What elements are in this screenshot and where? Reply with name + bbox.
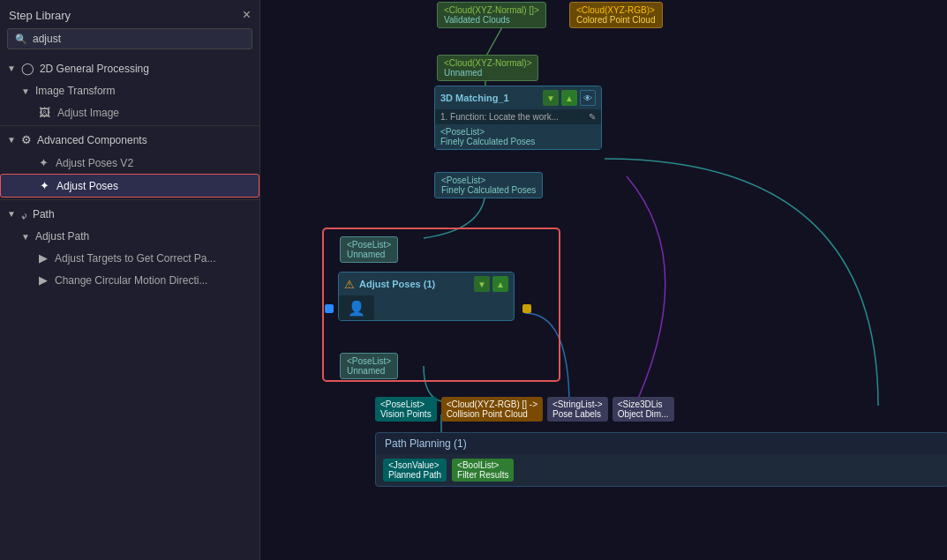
port-pose-labels[interactable]: <StringList-> Pose Labels: [547, 397, 608, 422]
cloud-rgb-colored-node[interactable]: <Cloud(XYZ-RGB)> Colored Point Cloud: [569, 2, 663, 28]
poselist-bottom-type: <PoseList>: [347, 356, 391, 366]
chevron-down-icon-ap: ▼: [21, 232, 30, 242]
port-cc-name: Collision Point Cloud: [447, 409, 537, 419]
sidebar-item-adjust-targets[interactable]: ▶ Adjust Targets to Get Correct Pa...: [0, 247, 259, 269]
port-pl-type: <StringList->: [552, 399, 603, 409]
section-label-advanced: Advanced Components: [37, 134, 147, 146]
node-name: Validated Clouds: [444, 15, 539, 25]
node-name: Colored Point Cloud: [576, 15, 656, 25]
pp-pp-type: <JsonValue>: [388, 460, 441, 470]
cloud-normal-validated-node[interactable]: <Cloud(XYZ-Normal) []> Validated Clouds: [437, 2, 546, 28]
matching-title: 3D Matching_1: [440, 93, 509, 103]
port-od-type: <Size3DLis: [618, 399, 669, 409]
section-label-path: Path: [33, 208, 55, 220]
chevron-down-icon-img: ▼: [21, 86, 30, 96]
subsection-label-image-transform: Image Transform: [35, 85, 116, 97]
item-label-adjust-image: Adjust Image: [57, 107, 119, 119]
item-label-change-circular: Change Circular Motion Directi...: [55, 274, 207, 287]
canvas[interactable]: <Cloud(XYZ-Normal) []> Validated Clouds …: [260, 0, 947, 560]
node-type-label: <Cloud(XYZ-Normal) []>: [444, 5, 539, 15]
section-icon-2d: ◯: [21, 62, 34, 75]
pp-port-planned-path[interactable]: <JsonValue> Planned Path: [383, 459, 447, 482]
divider-2: [0, 199, 259, 200]
pp-output-ports: <JsonValue> Planned Path <BoolList> Filt…: [376, 454, 947, 486]
image-icon: 🖼: [39, 106, 50, 119]
divider-1: [0, 125, 259, 126]
item-label-adjust-poses: Adjust Poses: [56, 180, 118, 192]
close-button[interactable]: ×: [243, 7, 251, 23]
pp-port-filter-results[interactable]: <BoolList> Filter Results: [452, 459, 514, 482]
sidebar-subsection-adjust-path[interactable]: ▼ Adjust Path: [0, 226, 259, 247]
port-od-name: Object Dim...: [618, 409, 669, 419]
ap-upload-btn[interactable]: ▲: [492, 276, 508, 292]
matching-upload-btn[interactable]: ▲: [561, 90, 577, 106]
sidebar-item-change-circular[interactable]: ▶ Change Circular Motion Directi...: [0, 269, 259, 291]
port-collision-cloud[interactable]: <Cloud(XYZ-RGB) [] -> Collision Point Cl…: [441, 397, 543, 422]
matching-output-type: <PoseList>: [440, 127, 596, 137]
port-vision-points[interactable]: <PoseList> Vision Points: [375, 397, 437, 422]
sidebar-subsection-image-transform[interactable]: ▼ Image Transform: [0, 80, 259, 101]
poses-icon: ✦: [40, 179, 49, 192]
sidebar-header: Step Library ×: [0, 0, 259, 28]
poselist-top-type: <PoseList>: [347, 240, 391, 250]
poselist-top-node[interactable]: <PoseList> Unnamed: [340, 236, 398, 263]
chevron-down-icon-adv: ▼: [7, 135, 16, 145]
section-icon-path: 𞺓: [21, 207, 27, 220]
sidebar-section-path[interactable]: ▼ 𞺓 Path: [0, 202, 259, 226]
node-name: Unnamed: [444, 68, 531, 78]
person-icon: 👤: [339, 295, 374, 320]
edit-icon[interactable]: ✎: [589, 112, 596, 122]
node-type-label: <Cloud(XYZ-Normal)>: [444, 58, 531, 68]
chevron-down-icon-path: ▼: [7, 209, 16, 219]
step-library-sidebar: Step Library × 🔍 ▼ ◯ 2D General Processi…: [0, 0, 260, 560]
subsection-label-adjust-path: Adjust Path: [35, 230, 89, 243]
matching-function: 1. Function: Locate the work...: [440, 112, 559, 122]
port-cc-type: <Cloud(XYZ-RGB) [] ->: [447, 399, 537, 409]
item-label-adjust-poses-v2: Adjust Poses V2: [56, 157, 133, 169]
sidebar-content: ▼ ◯ 2D General Processing ▼ Image Transf…: [0, 56, 259, 560]
poselist-bottom-node[interactable]: <PoseList> Unnamed: [340, 353, 398, 379]
port-object-dim[interactable]: <Size3DLis Object Dim...: [613, 397, 674, 422]
port-vp-name: Vision Points: [380, 409, 432, 419]
path-planning-node[interactable]: Path Planning (1) <JsonValue> Planned Pa…: [375, 432, 947, 487]
finely-type: <PoseList>: [441, 175, 536, 185]
matching-download-btn[interactable]: ▼: [543, 90, 559, 106]
ap-download-btn[interactable]: ▼: [474, 276, 490, 292]
sidebar-section-2d-general[interactable]: ▼ ◯ 2D General Processing: [0, 56, 259, 80]
cloud-unnamed-node[interactable]: <Cloud(XYZ-Normal)> Unnamed: [437, 55, 538, 81]
pp-fr-name: Filter Results: [457, 470, 508, 480]
search-box[interactable]: 🔍: [7, 28, 252, 49]
pp-pp-name: Planned Path: [388, 470, 441, 480]
item-label-adjust-targets: Adjust Targets to Get Correct Pa...: [55, 252, 216, 265]
change-circular-icon: ▶: [39, 273, 48, 287]
matching-output-name: Finely Calculated Poses: [440, 137, 596, 146]
matching-eye-btn[interactable]: 👁: [580, 90, 596, 106]
adjust-targets-icon: ▶: [39, 251, 48, 265]
port-pl-name: Pose Labels: [552, 409, 603, 419]
finely-calculated-node[interactable]: <PoseList> Finely Calculated Poses: [434, 172, 543, 198]
finely-name: Finely Calculated Poses: [441, 185, 536, 195]
pp-title: Path Planning (1): [376, 433, 947, 454]
sidebar-section-advanced[interactable]: ▼ ⚙ Advanced Components: [0, 128, 259, 152]
adjust-poses-canvas-node[interactable]: ⚠ Adjust Poses (1) ▼ ▲ 👤: [338, 272, 515, 321]
node-type-label: <Cloud(XYZ-RGB)>: [576, 5, 656, 15]
bottom-ports-row: <PoseList> Vision Points <Cloud(XYZ-RGB)…: [375, 397, 674, 422]
poselist-top-name: Unnamed: [347, 250, 391, 259]
sidebar-title: Step Library: [9, 9, 71, 22]
poselist-bottom-name: Unnamed: [347, 366, 391, 376]
pp-fr-type: <BoolList>: [457, 460, 508, 470]
matching-node[interactable]: 3D Matching_1 ▼ ▲ 👁 1. Function: Locate …: [434, 86, 602, 150]
search-input[interactable]: [33, 33, 244, 45]
sidebar-item-adjust-poses[interactable]: ✦ Adjust Poses: [0, 174, 259, 198]
chevron-down-icon: ▼: [7, 63, 16, 73]
poses-v2-icon: ✦: [39, 156, 49, 169]
sidebar-item-adjust-poses-v2[interactable]: ✦ Adjust Poses V2: [0, 152, 259, 174]
warning-icon: ⚠: [344, 278, 355, 291]
search-icon: 🔍: [15, 34, 27, 45]
section-icon-adv: ⚙: [21, 133, 32, 146]
section-label-2d: 2D General Processing: [40, 63, 149, 75]
port-vp-type: <PoseList>: [380, 399, 432, 409]
sidebar-item-adjust-image[interactable]: 🖼 Adjust Image: [0, 101, 259, 123]
adjust-poses-title: Adjust Poses (1): [359, 279, 474, 289]
left-connector: [325, 304, 334, 313]
